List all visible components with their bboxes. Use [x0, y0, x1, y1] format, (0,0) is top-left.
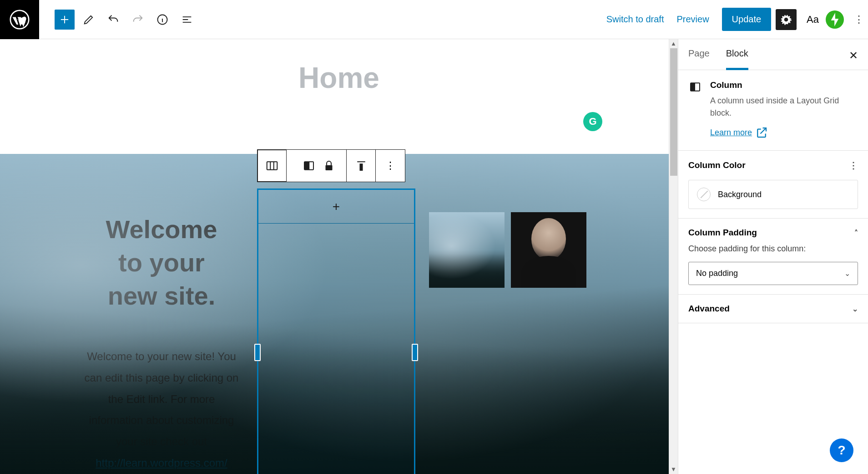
info-icon	[156, 13, 169, 26]
help-fab[interactable]: ?	[830, 438, 853, 462]
info-button[interactable]	[152, 9, 173, 30]
close-sidebar-button[interactable]: ✕	[849, 49, 858, 62]
hero-heading[interactable]: Welcome to your new site.	[96, 213, 227, 312]
background-label: Background	[718, 190, 762, 199]
gallery-image-portrait[interactable]	[511, 212, 586, 288]
learn-more-link[interactable]: Learn more	[710, 126, 768, 139]
color-panel-options[interactable]: ⋮	[849, 160, 858, 171]
block-name: Column	[710, 80, 858, 90]
hero-learn-link[interactable]: http://learn.wordpress.com/	[96, 457, 227, 469]
canvas-scrollbar[interactable]: ▲ ▼	[669, 39, 678, 474]
editor-canvas: Home G Welcome to your new site. Welcome…	[0, 39, 678, 474]
kebab-icon: ⋮	[385, 160, 395, 172]
column-color-title: Column Color	[688, 160, 746, 170]
column-color-panel: Column Color ⋮ Background	[678, 151, 868, 219]
scroll-thumb[interactable]	[670, 48, 677, 176]
settings-button[interactable]	[776, 9, 797, 30]
undo-icon	[107, 13, 120, 26]
plus-icon	[58, 13, 71, 26]
list-view-icon	[181, 13, 193, 26]
align-top-icon	[354, 159, 368, 173]
wordpress-logo[interactable]	[0, 0, 39, 39]
column-icon	[302, 159, 316, 173]
svg-rect-5	[304, 162, 309, 170]
block-toolbar: ⋮	[257, 149, 405, 182]
background-color-button[interactable]: Background	[688, 180, 858, 209]
align-button[interactable]	[347, 150, 376, 182]
lock-icon	[322, 159, 336, 173]
scroll-down-icon[interactable]: ▼	[669, 465, 678, 474]
column-icon	[688, 80, 702, 94]
pencil-icon	[82, 13, 95, 26]
add-block-button[interactable]	[55, 10, 75, 30]
gallery-image-mountain[interactable]	[429, 212, 505, 288]
block-description: A column used inside a Layout Grid block…	[710, 95, 858, 119]
hero-paragraph[interactable]: Welcome to your new site! You can edit t…	[82, 346, 241, 474]
advanced-title: Advanced	[688, 304, 730, 314]
padding-value: No padding	[696, 269, 738, 278]
edit-tool-button[interactable]	[78, 9, 99, 30]
more-options-button[interactable]: ⋮	[850, 14, 868, 25]
parent-layout-grid-button[interactable]	[257, 150, 287, 182]
wordpress-icon	[10, 10, 30, 30]
selected-column-block[interactable]: +	[257, 189, 415, 474]
block-more-button[interactable]: ⋮	[376, 150, 405, 182]
editor-top-toolbar: Switch to draft Preview Update Aa ⋮	[0, 0, 868, 39]
switch-to-draft-link[interactable]: Switch to draft	[606, 14, 664, 25]
gear-icon	[780, 14, 792, 25]
page-title[interactable]: Home	[0, 61, 678, 95]
undo-button[interactable]	[103, 9, 124, 30]
preview-link[interactable]: Preview	[676, 14, 709, 25]
update-button[interactable]: Update	[722, 8, 772, 31]
block-card: Column A column used inside a Layout Gri…	[678, 70, 868, 151]
settings-sidebar: Page Block ✕ Column A column used inside…	[678, 39, 868, 474]
jetpack-icon	[826, 10, 844, 29]
chevron-down-icon: ⌄	[844, 269, 850, 278]
redo-icon	[131, 13, 144, 26]
column-block-button[interactable]	[291, 150, 347, 182]
svg-rect-6	[325, 165, 332, 170]
column-padding-panel: Column Padding ˄ Choose padding for this…	[678, 219, 868, 295]
chevron-down-icon: ⌄	[852, 305, 858, 313]
resize-handle-right[interactable]	[412, 344, 418, 361]
tab-block[interactable]: Block	[726, 39, 748, 70]
jetpack-button[interactable]	[824, 9, 845, 30]
advanced-panel[interactable]: Advanced ⌄	[678, 295, 868, 323]
grammarly-badge[interactable]: G	[583, 112, 602, 131]
padding-hint: Choose padding for this column:	[688, 244, 858, 254]
no-color-swatch-icon	[697, 188, 711, 201]
svg-rect-8	[691, 83, 695, 91]
external-link-icon	[755, 126, 768, 139]
columns-icon	[265, 159, 279, 173]
scroll-up-icon[interactable]: ▲	[669, 39, 678, 48]
svg-rect-3	[267, 162, 278, 170]
sidebar-tabs: Page Block ✕	[678, 39, 868, 70]
tab-page[interactable]: Page	[688, 39, 710, 70]
chevron-up-icon[interactable]: ˄	[854, 229, 858, 237]
padding-select[interactable]: No padding ⌄	[688, 262, 858, 285]
resize-handle-left[interactable]	[254, 344, 261, 361]
column-appender[interactable]: +	[258, 190, 414, 224]
outline-button[interactable]	[177, 9, 197, 30]
redo-button[interactable]	[127, 9, 148, 30]
typography-button[interactable]: Aa	[807, 14, 819, 25]
column-padding-title: Column Padding	[688, 228, 757, 238]
